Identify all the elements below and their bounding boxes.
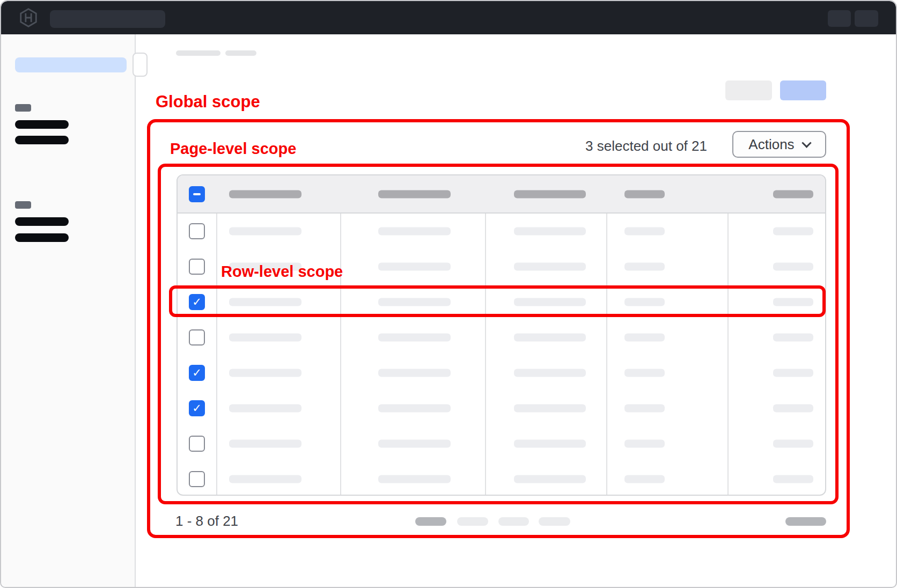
cell-placeholder [514,475,586,483]
breadcrumb-item[interactable] [176,50,220,56]
cell-placeholder [229,440,302,448]
actions-dropdown-button[interactable]: Actions [732,131,826,158]
page-size-control[interactable] [415,517,446,526]
row-checkbox[interactable] [189,436,205,452]
cell-placeholder [378,475,451,483]
cell-placeholder [229,369,302,377]
cell-placeholder [229,227,302,236]
search-input[interactable] [50,10,165,28]
row-checkbox[interactable] [189,223,205,239]
primary-button[interactable] [780,80,826,100]
sidebar-section-label [15,104,31,112]
cell-placeholder [378,440,451,448]
table-row [178,284,825,320]
secondary-button[interactable] [725,80,772,100]
user-menu-button[interactable] [855,10,878,27]
sidebar-item-active[interactable] [15,57,127,72]
header-placeholder [514,190,586,198]
cell-placeholder [514,369,586,377]
pagination-next-control[interactable] [785,517,826,526]
pagination-item[interactable] [457,517,488,526]
sidebar-item[interactable] [15,136,69,144]
cell-placeholder [229,405,302,413]
cell-placeholder [624,227,665,236]
cell-placeholder [378,227,451,236]
row-checkbox[interactable] [189,471,205,487]
page-scope-label: Page-level scope [170,140,296,158]
cell-placeholder [773,334,813,342]
table-row [178,391,825,426]
table-body [178,214,825,495]
cell-placeholder [773,298,813,306]
cell-placeholder [624,334,665,342]
data-table [177,174,826,496]
topbar-action-button[interactable] [828,10,851,27]
sidebar-item[interactable] [15,120,69,129]
pagination-item[interactable] [498,517,529,526]
header-placeholder [378,190,451,198]
hashicorp-logo-icon [18,8,39,28]
cell-placeholder [378,263,451,271]
cell-placeholder [378,369,451,377]
pagination-range: 1 - 8 of 21 [175,513,238,530]
cell-placeholder [378,334,451,342]
header-placeholder [229,190,302,198]
topbar [1,1,896,34]
table-row [178,320,825,355]
selection-summary: 3 selected out of 21 [585,138,707,155]
cell-placeholder [378,405,451,413]
actions-button-label: Actions [748,136,794,153]
row-checkbox[interactable] [189,259,205,275]
app-window: 3 selected out of 21 Actions 1 - 8 of 21 [0,0,897,588]
global-scope-label: Global scope [156,92,260,112]
sidebar-toggle[interactable] [133,53,148,77]
chevron-down-icon [802,138,811,148]
cell-placeholder [378,298,451,306]
cell-placeholder [624,475,665,483]
cell-placeholder [624,440,665,448]
pagination-item[interactable] [539,517,570,526]
row-checkbox[interactable] [189,365,205,381]
table-row [178,355,825,391]
table-row [178,461,825,496]
table-row [178,214,825,249]
cell-placeholder [624,405,665,413]
cell-placeholder [624,263,665,271]
breadcrumb-item[interactable] [225,50,256,56]
row-scope-label: Row-level scope [221,263,343,281]
cell-placeholder [773,405,813,413]
cell-placeholder [514,334,586,342]
header-placeholder [624,190,665,198]
cell-placeholder [514,227,586,236]
cell-placeholder [229,334,302,342]
cell-placeholder [624,298,665,306]
cell-placeholder [229,298,302,306]
sidebar-item[interactable] [15,233,69,242]
cell-placeholder [773,227,813,236]
sidebar [1,34,136,587]
cell-placeholder [773,475,813,483]
table-row [178,426,825,461]
row-checkbox[interactable] [189,400,205,416]
cell-placeholder [514,405,586,413]
sidebar-item[interactable] [15,217,69,226]
cell-placeholder [773,263,813,271]
cell-placeholder [229,475,302,483]
select-all-checkbox[interactable] [189,186,205,202]
table-header [178,175,825,214]
header-placeholder [773,190,813,198]
cell-placeholder [514,263,586,271]
cell-placeholder [773,369,813,377]
cell-placeholder [514,298,586,306]
cell-placeholder [514,440,586,448]
row-checkbox[interactable] [189,329,205,346]
sidebar-section-label [15,201,31,209]
cell-placeholder [624,369,665,377]
screen: 3 selected out of 21 Actions 1 - 8 of 21 [0,0,897,588]
cell-placeholder [773,440,813,448]
row-checkbox[interactable] [189,294,205,310]
